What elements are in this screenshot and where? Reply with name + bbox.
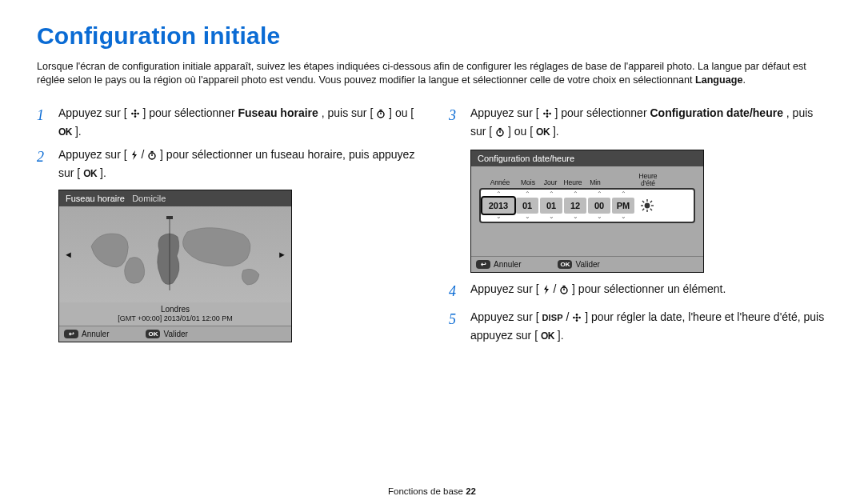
txt: Appuyez sur [ bbox=[58, 106, 127, 119]
svg-line-29 bbox=[642, 209, 644, 210]
map-prev-button[interactable]: ◄ bbox=[64, 250, 73, 259]
step-2: 2 Appuyez sur [ / ] pour sélectionner un… bbox=[37, 146, 415, 182]
svg-marker-31 bbox=[544, 285, 549, 294]
svg-point-2 bbox=[134, 116, 136, 118]
txt: ]. bbox=[558, 329, 564, 342]
chevron-up-icon[interactable]: ⌃ bbox=[496, 191, 502, 198]
cancel-label: Annuler bbox=[82, 330, 109, 338]
chevron-down-icon[interactable]: ⌄ bbox=[597, 214, 602, 220]
chevron-down-icon[interactable]: ⌄ bbox=[621, 214, 626, 220]
chevron-up-icon[interactable]: ⌃ bbox=[597, 191, 602, 198]
disp-glyph: DISP bbox=[542, 311, 563, 325]
day-spinner[interactable]: ⌃ 01 ⌄ bbox=[540, 191, 562, 220]
world-map-svg bbox=[83, 214, 267, 294]
step-1: 1 Appuyez sur [ ] pour sélectionner Fuse… bbox=[37, 105, 415, 140]
chevron-up-icon[interactable]: ⌃ bbox=[573, 191, 578, 198]
svg-point-38 bbox=[573, 317, 575, 319]
step-body: Appuyez sur [ ] pour sélectionner Config… bbox=[470, 105, 827, 142]
chevron-up-icon[interactable]: ⌃ bbox=[549, 191, 554, 198]
chevron-down-icon[interactable]: ⌄ bbox=[549, 214, 554, 220]
flower-icon bbox=[542, 106, 552, 123]
svg-point-36 bbox=[576, 314, 578, 316]
cancel-button[interactable]: ↩ Annuler bbox=[476, 260, 521, 269]
txt-strong: Configuration date/heure bbox=[650, 106, 782, 119]
confirm-button[interactable]: OK Valider bbox=[558, 260, 599, 269]
txt: ]. bbox=[75, 125, 82, 138]
svg-rect-13 bbox=[166, 216, 173, 219]
chevron-up-icon[interactable]: ⌃ bbox=[621, 191, 626, 198]
year-value: 2013 bbox=[482, 198, 514, 214]
txt: / bbox=[141, 148, 144, 161]
hour-value: 12 bbox=[564, 198, 586, 214]
chevron-up-icon[interactable]: ⌃ bbox=[525, 191, 530, 198]
flower-icon bbox=[130, 106, 140, 123]
sun-icon bbox=[640, 198, 654, 213]
flash-icon bbox=[542, 282, 550, 299]
txt: Appuyez sur [ bbox=[470, 310, 539, 323]
dst-toggle[interactable] bbox=[636, 191, 658, 220]
panel-body: Année Mois Jour Heure Min Heure d'été ⌃ … bbox=[471, 166, 703, 256]
map-city: Londres bbox=[59, 305, 291, 314]
chevron-down-icon[interactable]: ⌄ bbox=[573, 214, 578, 220]
step-number: 5 bbox=[449, 309, 462, 344]
step-body: Appuyez sur [ / ] pour sélectionner un é… bbox=[470, 281, 827, 302]
cancel-button[interactable]: ↩ Annuler bbox=[64, 330, 109, 338]
minute-value: 00 bbox=[588, 198, 610, 214]
svg-point-22 bbox=[645, 203, 650, 209]
txt: / bbox=[566, 310, 569, 323]
svg-point-16 bbox=[546, 116, 548, 118]
datetime-panel: Configuration date/heure Année Mois Jour… bbox=[470, 150, 704, 273]
step-5: 5 Appuyez sur [ DISP / ] pour régler la … bbox=[449, 309, 827, 344]
footer-section: Fonctions de base bbox=[388, 486, 466, 496]
minute-spinner[interactable]: ⌃ 00 ⌄ bbox=[588, 191, 610, 220]
map-next-button[interactable]: ► bbox=[278, 250, 286, 259]
timer-icon bbox=[376, 106, 386, 123]
month-value: 01 bbox=[516, 198, 538, 214]
label-year: Année bbox=[484, 178, 516, 186]
intro-text: Lorsque l'écran de configuration initial… bbox=[37, 60, 827, 88]
txt: ] ou [ bbox=[389, 106, 414, 119]
step-number: 1 bbox=[37, 105, 50, 140]
intro-body: Lorsque l'écran de configuration initial… bbox=[37, 61, 806, 86]
label-dst: Heure d'été bbox=[634, 173, 662, 186]
txt: ] pour sélectionner un élément. bbox=[572, 282, 726, 295]
flash-icon bbox=[130, 148, 138, 165]
svg-point-3 bbox=[131, 113, 134, 115]
world-map: ◄ ► bbox=[59, 206, 291, 302]
txt: Appuyez sur [ bbox=[470, 282, 539, 295]
flower-icon bbox=[572, 310, 582, 327]
txt: ] pour sélectionner bbox=[142, 106, 238, 119]
back-icon: ↩ bbox=[476, 260, 490, 269]
timer-icon bbox=[147, 148, 157, 165]
timer-icon bbox=[559, 282, 569, 299]
svg-line-27 bbox=[642, 201, 644, 202]
panel-header: Fuseau horaire Domicile bbox=[59, 190, 291, 206]
svg-point-18 bbox=[549, 113, 551, 115]
label-hour: Heure bbox=[562, 178, 583, 186]
step-3: 3 Appuyez sur [ ] pour sélectionner Conf… bbox=[449, 105, 827, 142]
txt: / bbox=[553, 282, 556, 295]
txt: Appuyez sur [ bbox=[58, 148, 127, 161]
ampm-spinner[interactable]: ⌃ PM ⌄ bbox=[612, 191, 634, 220]
month-spinner[interactable]: ⌃ 01 ⌄ bbox=[516, 191, 538, 220]
dt-labels: Année Mois Jour Heure Min Heure d'été bbox=[479, 173, 695, 186]
step-4: 4 Appuyez sur [ / ] pour sélectionner un… bbox=[449, 281, 827, 302]
hour-spinner[interactable]: ⌃ 12 ⌄ bbox=[564, 191, 586, 220]
map-gmt: [GMT +00:00] 2013/01/01 12:00 PM bbox=[59, 314, 291, 322]
txt: Appuyez sur [ bbox=[470, 106, 539, 119]
txt: ]. bbox=[553, 125, 559, 138]
year-spinner[interactable]: ⌃ 2013 ⌄ bbox=[482, 191, 514, 220]
svg-point-37 bbox=[576, 320, 578, 322]
chevron-down-icon[interactable]: ⌄ bbox=[496, 214, 502, 220]
chevron-down-icon[interactable]: ⌄ bbox=[525, 214, 530, 220]
txt: ]. bbox=[100, 166, 106, 179]
timer-icon bbox=[495, 125, 505, 142]
svg-point-17 bbox=[543, 113, 546, 115]
ok-icon: OK bbox=[146, 330, 160, 338]
back-icon: ↩ bbox=[64, 330, 78, 338]
hdr-right: Domicile bbox=[132, 194, 166, 203]
svg-point-0 bbox=[134, 113, 136, 115]
ok-glyph: OK bbox=[83, 166, 97, 181]
label-month: Mois bbox=[518, 178, 538, 186]
confirm-button[interactable]: OK Valider bbox=[146, 330, 187, 338]
